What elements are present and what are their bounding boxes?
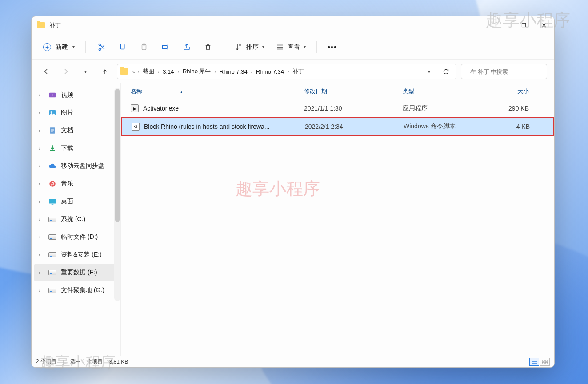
sidebar-item-label: 图片: [61, 109, 73, 117]
addressbar: ▾ « › 截图› 3.14› Rhino 犀牛› Rhino 7.34› Rh…: [32, 60, 554, 83]
copy-button[interactable]: [113, 39, 132, 55]
navigation-pane: ›视频›图片›文档›下载›移动云盘同步盘›音乐›桌面›系统 (C:)›临时文件 …: [32, 83, 120, 356]
window-title: 补丁: [49, 21, 61, 29]
sidebar-item[interactable]: ›桌面: [34, 193, 120, 210]
scissors-icon: [97, 43, 105, 51]
close-button[interactable]: [534, 16, 554, 34]
share-icon: [183, 43, 191, 51]
chevron-right-icon: ›: [39, 217, 44, 222]
toolbar: + 新建 ▾ 排序 ▾ 查看 ▾: [32, 34, 554, 60]
recent-button[interactable]: ▾: [78, 64, 93, 79]
sort-button[interactable]: 排序 ▾: [230, 39, 269, 55]
up-button[interactable]: [97, 64, 112, 79]
chevron-right-icon: ›: [39, 288, 44, 293]
explorer-window: 补丁 + 新建 ▾: [31, 16, 555, 368]
delete-button[interactable]: [199, 39, 217, 55]
more-button[interactable]: •••: [323, 39, 342, 55]
chevron-right-icon: ›: [39, 128, 44, 133]
drive-icon: [48, 286, 56, 294]
refresh-button[interactable]: [438, 64, 453, 79]
statusbar: 2 个项目 | 选中 1 个项目 3.81 KB: [32, 356, 554, 367]
file-name: Activator.exe: [143, 105, 179, 112]
sidebar-item-label: 视频: [61, 91, 73, 99]
breadcrumb-item[interactable]: Rhino 7.34: [218, 68, 249, 75]
chevron-right-icon: ›: [39, 164, 44, 169]
sidebar-item[interactable]: ›文档: [34, 122, 120, 139]
status-item-count: 2 个项目: [36, 358, 56, 365]
sidebar-item-label: 桌面: [61, 198, 73, 206]
svg-rect-0: [522, 23, 525, 27]
new-button[interactable]: + 新建 ▾: [39, 39, 79, 55]
copy-icon: [119, 43, 127, 51]
folder-icon: [37, 22, 45, 28]
sort-icon: [235, 43, 243, 51]
view-button[interactable]: 查看 ▾: [272, 39, 310, 55]
breadcrumb-item[interactable]: 补丁: [291, 67, 306, 75]
sidebar-item-label: 重要数据 (F:): [61, 269, 97, 277]
maximize-button[interactable]: [513, 16, 534, 34]
sidebar-item[interactable]: ›音乐: [34, 175, 120, 193]
breadcrumb-item[interactable]: Rhino 7.34: [254, 68, 286, 75]
sidebar-item[interactable]: ›图片: [34, 104, 120, 122]
svg-rect-17: [542, 362, 544, 364]
search-box[interactable]: [461, 64, 547, 79]
minimize-button[interactable]: [493, 16, 513, 34]
sidebar-item-label: 资料&安装 (E:): [61, 251, 102, 259]
rename-button[interactable]: [156, 39, 175, 55]
breadcrumb-item[interactable]: 截图: [141, 67, 156, 75]
sidebar-item-label: 系统 (C:): [61, 215, 85, 223]
file-date: 2022/2/1 2:34: [305, 123, 404, 130]
file-type: Windows 命令脚本: [404, 123, 488, 131]
sidebar-item-label: 临时文件 (D:): [61, 233, 98, 241]
thumbnails-view-toggle[interactable]: [540, 358, 550, 366]
sidebar-item[interactable]: ›下载: [34, 139, 120, 157]
sidebar-item[interactable]: ›重要数据 (F:): [34, 264, 120, 281]
drive-icon: [48, 269, 56, 277]
breadcrumb-item[interactable]: Rhino 犀牛: [181, 67, 213, 75]
svg-point-11: [51, 184, 52, 185]
svg-rect-13: [49, 199, 56, 204]
column-date[interactable]: 修改日期: [304, 88, 327, 95]
back-button[interactable]: [39, 64, 54, 79]
titlebar[interactable]: 补丁: [32, 16, 554, 34]
details-view-toggle[interactable]: [529, 358, 539, 366]
column-type[interactable]: 类型: [403, 88, 414, 95]
svg-rect-4: [162, 45, 167, 49]
sidebar-item-label: 下载: [61, 144, 73, 152]
chevron-right-icon: ›: [39, 146, 44, 151]
trash-icon: [204, 43, 212, 51]
share-button[interactable]: [177, 39, 196, 55]
sidebar-item[interactable]: ›移动云盘同步盘: [34, 157, 120, 175]
sidebar-item-label: 移动云盘同步盘: [61, 162, 104, 170]
column-size[interactable]: 大小: [517, 88, 529, 95]
cut-button[interactable]: [92, 39, 111, 55]
svg-point-12: [52, 184, 53, 185]
column-name[interactable]: 名称: [131, 88, 142, 95]
file-row[interactable]: ⚙Block Rhino (rules in hosts and stock f…: [121, 117, 554, 136]
svg-rect-15: [542, 360, 544, 361]
drive-icon: [48, 215, 56, 223]
sidebar-item[interactable]: ›文件聚集地 (G:): [34, 281, 120, 299]
sidebar-scrollbar[interactable]: [114, 88, 120, 301]
search-input[interactable]: [470, 68, 545, 75]
breadcrumb-dropdown[interactable]: ▾: [421, 64, 436, 79]
sidebar-item[interactable]: ›临时文件 (D:): [34, 228, 120, 246]
sidebar-item[interactable]: ›资料&安装 (E:): [34, 246, 120, 264]
breadcrumb[interactable]: « › 截图› 3.14› Rhino 犀牛› Rhino 7.34› Rhin…: [117, 64, 456, 79]
breadcrumb-item[interactable]: 3.14: [161, 68, 176, 75]
clipboard-icon: [140, 43, 148, 51]
svg-rect-14: [52, 204, 54, 205]
rename-icon: [161, 43, 169, 51]
sidebar-item-label: 文档: [61, 127, 73, 135]
file-row[interactable]: ▶Activator.exe2021/1/1 1:30应用程序290 KB: [121, 99, 554, 117]
paste-button[interactable]: [135, 39, 153, 55]
breadcrumb-overflow[interactable]: «: [132, 69, 136, 74]
sidebar-item[interactable]: ›视频: [34, 86, 120, 104]
file-icon: ▶: [131, 104, 139, 112]
svg-rect-1: [121, 44, 124, 49]
sidebar-item[interactable]: ›系统 (C:): [34, 210, 120, 228]
forward-button[interactable]: [58, 64, 73, 79]
svg-point-10: [49, 181, 56, 187]
column-headers[interactable]: 名称▴ 修改日期 类型 大小: [121, 83, 554, 99]
chevron-right-icon: ›: [39, 253, 44, 257]
